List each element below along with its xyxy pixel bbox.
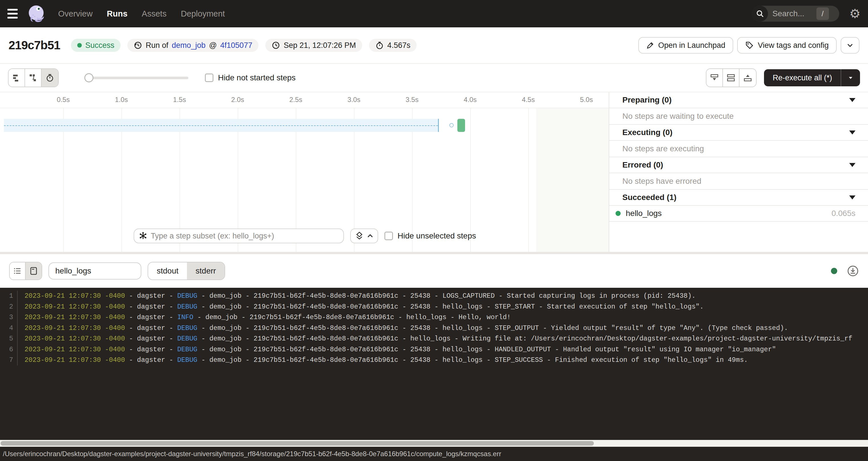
checkbox-icon[interactable] [205, 73, 213, 82]
job-link[interactable]: demo_job [172, 41, 206, 50]
nav-item-assets[interactable]: Assets [142, 9, 166, 19]
log-step-filter-input[interactable] [49, 263, 141, 279]
graph-query-toggle-button[interactable] [350, 228, 378, 243]
step-bar-hello_logs[interactable] [457, 119, 465, 132]
log-message: - demo_job - 219c7b51-b62f-4e5b-8de8-0e7… [197, 302, 704, 312]
scrollbar-thumb[interactable] [1, 441, 594, 445]
reexecute-dropdown-caret[interactable] [841, 69, 860, 86]
pane-split-handle[interactable] [0, 252, 868, 254]
log-source: - dagster - [125, 333, 177, 344]
tab-stdout[interactable]: stdout [148, 263, 187, 279]
run-actions-dropdown-button[interactable] [841, 37, 860, 54]
panel-section-header[interactable]: Succeeded (1) [609, 190, 868, 206]
collapse-caret-icon[interactable] [849, 98, 856, 102]
panel-empty-text: No steps are waiting to execute [609, 108, 868, 125]
tag-icon [745, 41, 754, 50]
hide-unselected-checkbox[interactable]: Hide unselected steps [384, 232, 476, 241]
collapse-caret-icon[interactable] [849, 130, 856, 134]
gantt-toolbar: Hide not started steps Re-execute all (*… [0, 64, 868, 92]
collapse-caret-icon[interactable] [849, 163, 856, 167]
panel-top-icon [743, 73, 752, 82]
show-top-panel-button[interactable] [740, 69, 756, 87]
open-in-launchpad-button[interactable]: Open in Launchpad [638, 37, 734, 54]
timing-view-button[interactable] [41, 69, 58, 87]
nav-links: OverviewRunsAssetsDeployment [58, 9, 225, 19]
gantt-zoom-slider[interactable] [84, 69, 188, 87]
log-stream-tabs: stdoutstderr [148, 262, 225, 280]
structured-logs-button[interactable] [10, 263, 26, 279]
log-source: - dagster - [125, 302, 177, 312]
reexecute-all-button[interactable]: Re-execute all (*) [764, 69, 860, 86]
log-message: - demo_job - 219c7b51-b62f-4e5b-8de8-0e7… [197, 290, 695, 302]
panel-section-title: Succeeded (1) [622, 193, 677, 202]
step-name: hello_logs [626, 209, 662, 218]
run-gantt-section: 0.5s1.0s1.5s2.0s2.5s3.0s3.5s4.0s4.5s5.0s [0, 92, 868, 252]
panel-section-header[interactable]: Executing (0) [609, 125, 868, 141]
panel-section-title: Executing (0) [622, 128, 673, 137]
panel-section: Errored (0)No steps have errored [609, 157, 868, 190]
collapse-caret-icon[interactable] [849, 195, 856, 199]
raw-logs-button[interactable] [26, 263, 41, 279]
step-subset-input-wrap [134, 228, 344, 243]
hide-not-started-checkbox[interactable]: Hide not started steps [205, 73, 296, 82]
log-toolbar: stdoutstderr [0, 254, 868, 288]
raw-log-output[interactable]: 12023-09-21 12:07:30 -0400 - dagster - D… [0, 288, 868, 440]
gridline [528, 108, 529, 252]
duration-pill: 4.567s [369, 39, 416, 52]
step-subset-row: Hide unselected steps [134, 228, 476, 243]
panel-section-header[interactable]: Preparing (0) [609, 92, 868, 108]
log-timestamp: 2023-09-21 12:07:30 -0400 [25, 323, 125, 334]
log-line-number: 7 [0, 355, 13, 366]
history-icon [134, 41, 142, 50]
log-file-path-bar: /Users/erincochran/Desktop/dagster-examp… [0, 447, 868, 461]
log-timestamp: 2023-09-21 12:07:30 -0400 [25, 302, 125, 312]
top-nav: OverviewRunsAssetsDeployment / ⚙ [0, 0, 868, 27]
nav-item-overview[interactable]: Overview [58, 9, 93, 19]
log-source: - dagster - [125, 323, 177, 334]
log-line: 52023-09-21 12:07:30 -0400 - dagster - D… [0, 333, 868, 344]
waiting-dashed-line [4, 125, 438, 126]
log-line-number: 2 [0, 302, 13, 312]
log-capture-status-dot [831, 268, 837, 274]
log-gutter [13, 355, 18, 366]
log-message: - demo_job - 219c7b51-b62f-4e5b-8de8-0e7… [197, 323, 788, 334]
after-run-end-region [536, 108, 609, 252]
log-horizontal-scrollbar[interactable] [0, 440, 868, 447]
gear-icon[interactable]: ⚙ [849, 7, 861, 20]
view-tags-config-button[interactable]: View tags and config [737, 37, 837, 54]
log-timestamp: 2023-09-21 12:07:30 -0400 [25, 355, 125, 366]
log-timestamp: 2023-09-21 12:07:30 -0400 [25, 290, 125, 302]
log-message: - demo_job - 219c7b51-b62f-4e5b-8de8-0e7… [197, 333, 852, 344]
global-search[interactable]: / [752, 6, 839, 22]
commit-link[interactable]: 4f105077 [220, 41, 252, 50]
log-level: DEBUG [177, 302, 197, 312]
waterfall-view-button[interactable] [25, 69, 41, 87]
nav-item-deployment[interactable]: Deployment [181, 9, 225, 19]
tab-stderr[interactable]: stderr [187, 263, 224, 279]
dagster-logo-icon[interactable] [27, 4, 45, 23]
stopwatch-icon [45, 73, 54, 82]
split-panels-button[interactable] [723, 69, 740, 87]
waterfall-gantt-icon [29, 73, 37, 82]
step-subset-input[interactable] [151, 232, 339, 241]
flat-view-button[interactable] [8, 69, 25, 87]
panel-section-header[interactable]: Errored (0) [609, 157, 868, 173]
checkbox-icon[interactable] [384, 232, 393, 240]
log-source: - dagster - [125, 312, 177, 323]
panel-section: Preparing (0)No steps are waiting to exe… [609, 92, 868, 125]
step-row-hello_logs[interactable]: hello_logs0.065s [609, 206, 868, 222]
show-bottom-panel-button[interactable] [706, 69, 723, 87]
log-line-number: 4 [0, 323, 13, 334]
slider-handle[interactable] [84, 73, 93, 82]
search-input[interactable] [768, 9, 816, 18]
panel-section: Executing (0)No steps are executing [609, 125, 868, 157]
hamburger-menu-icon[interactable] [7, 7, 20, 20]
panel-bottom-icon [710, 73, 719, 82]
log-gutter [13, 302, 18, 312]
panel-empty-text: No steps have errored [609, 173, 868, 190]
search-shortcut-badge: / [816, 7, 829, 20]
nav-item-runs[interactable]: Runs [107, 9, 128, 19]
pencil-icon [646, 41, 654, 49]
step-duration: 0.065s [832, 209, 856, 218]
download-log-icon[interactable] [847, 265, 859, 277]
